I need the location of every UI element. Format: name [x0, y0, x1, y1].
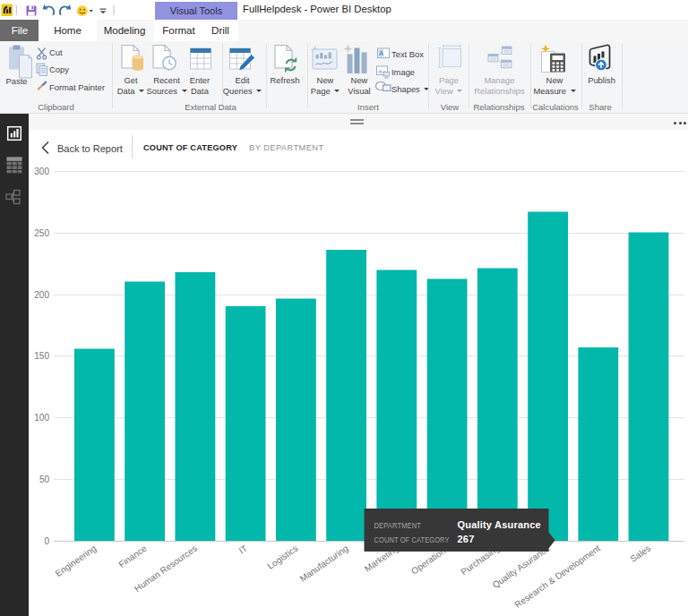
svg-text:Engineering: Engineering: [54, 543, 99, 579]
svg-text:Logistics: Logistics: [265, 543, 299, 571]
svg-text:150: 150: [34, 351, 49, 361]
svg-text:100: 100: [34, 413, 49, 423]
svg-text:267: 267: [458, 534, 475, 544]
svg-text:50: 50: [39, 475, 50, 484]
svg-text:0: 0: [44, 536, 49, 546]
svg-text:DEPARTMENT: DEPARTMENT: [374, 521, 422, 530]
svg-text:Quality Asurance: Quality Asurance: [458, 519, 541, 530]
svg-text:Research & Development: Research & Development: [512, 543, 602, 610]
svg-text:A: A: [379, 50, 383, 56]
svg-text:COUNT OF CATEGORY: COUNT OF CATEGORY: [374, 535, 450, 544]
svg-text:Manufacturing: Manufacturing: [298, 543, 350, 584]
svg-text:IT: IT: [237, 543, 250, 556]
svg-text:250: 250: [34, 228, 49, 238]
svg-text:Finance: Finance: [116, 543, 149, 569]
svg-text:200: 200: [34, 290, 49, 300]
svg-text:Sales: Sales: [628, 543, 652, 564]
svg-text:300: 300: [34, 167, 49, 176]
